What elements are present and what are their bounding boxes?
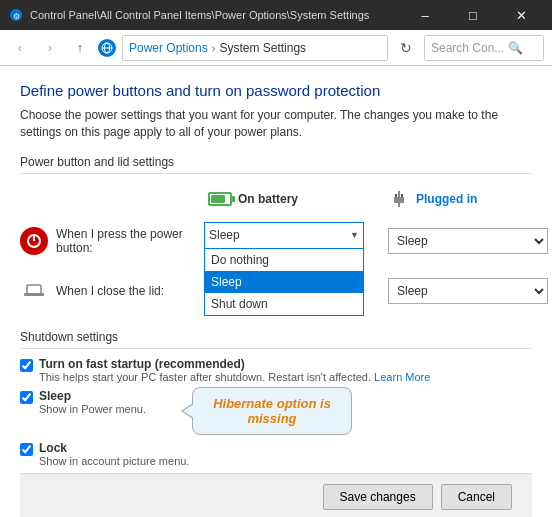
breadcrumb-system-settings: System Settings bbox=[219, 41, 306, 55]
power-button-icon bbox=[20, 227, 48, 255]
address-bar: ‹ › ↑ Power Options › System Settings ↻ … bbox=[0, 30, 552, 66]
lock-checkbox[interactable] bbox=[20, 443, 33, 456]
page-description: Choose the power settings that you want … bbox=[20, 107, 532, 141]
col-empty bbox=[20, 182, 200, 216]
power-button-plugged-select[interactable]: Sleep Do nothing Shut down Hibernate bbox=[388, 228, 548, 254]
dropdown-item-shut-down[interactable]: Shut down bbox=[205, 293, 363, 315]
startup-checkbox[interactable] bbox=[20, 359, 33, 372]
sleep-desc: Show in Power menu. bbox=[39, 403, 146, 415]
breadcrumb-power-options[interactable]: Power Options bbox=[129, 41, 208, 55]
dropdown-list: Do nothing Sleep Shut down bbox=[204, 248, 364, 316]
battery-icon bbox=[208, 192, 232, 206]
lock-desc: Show in account picture menu. bbox=[39, 455, 189, 467]
app-icon: ⚙ bbox=[8, 7, 24, 23]
main-content: Define power buttons and turn on passwor… bbox=[0, 66, 552, 517]
startup-item: Turn on fast startup (recommended) This … bbox=[20, 357, 532, 383]
section-shutdown-label: Shutdown settings bbox=[20, 330, 532, 349]
sleep-title: Sleep bbox=[39, 389, 146, 403]
col-plugged-header: Plugged in bbox=[380, 182, 540, 216]
lid-icon bbox=[20, 277, 48, 305]
section-power-label: Power button and lid settings bbox=[20, 155, 532, 174]
sleep-checkbox[interactable] bbox=[20, 391, 33, 404]
title-bar: ⚙ Control Panel\All Control Panel Items\… bbox=[0, 0, 552, 30]
svg-rect-6 bbox=[394, 197, 404, 203]
maximize-button[interactable]: □ bbox=[450, 0, 496, 30]
startup-title: Turn on fast startup (recommended) bbox=[39, 357, 430, 371]
dropdown-chevron: ▼ bbox=[350, 230, 359, 240]
shutdown-section: Turn on fast startup (recommended) This … bbox=[20, 357, 532, 467]
forward-button[interactable]: › bbox=[38, 36, 62, 60]
power-button-plugged-container: Sleep Do nothing Shut down Hibernate bbox=[384, 222, 536, 260]
search-icon: 🔍 bbox=[508, 41, 523, 55]
close-lid-label: When I close the lid: bbox=[20, 266, 200, 316]
plugged-in-label: Plugged in bbox=[416, 192, 477, 206]
callout-bubble: Hibernate option is missing bbox=[192, 387, 352, 435]
sleep-item: Sleep Show in Power menu. Hibernate opti… bbox=[20, 389, 532, 435]
svg-rect-13 bbox=[27, 285, 41, 294]
footer-bar: Save changes Cancel bbox=[20, 473, 532, 517]
search-placeholder: Search Con... bbox=[431, 41, 504, 55]
dropdown-item-do-nothing[interactable]: Do nothing bbox=[205, 249, 363, 271]
power-button-battery-select[interactable]: Sleep ▼ bbox=[204, 222, 364, 248]
close-button[interactable]: ✕ bbox=[498, 0, 544, 30]
page-title: Define power buttons and turn on passwor… bbox=[20, 82, 532, 99]
plug-icon bbox=[388, 188, 410, 210]
power-button-label: When I press the power button: bbox=[20, 216, 200, 266]
power-grid: On battery Plugged in bbox=[20, 182, 532, 316]
dropdown-item-sleep[interactable]: Sleep bbox=[205, 271, 363, 293]
lock-title: Lock bbox=[39, 441, 189, 455]
minimize-button[interactable]: – bbox=[402, 0, 448, 30]
callout-container: Hibernate option is missing bbox=[192, 387, 352, 435]
back-button[interactable]: ‹ bbox=[8, 36, 32, 60]
cancel-button[interactable]: Cancel bbox=[441, 484, 512, 510]
col-battery-header: On battery bbox=[200, 182, 380, 216]
close-lid-plugged-container: Sleep Do nothing Shut down Hibernate bbox=[384, 272, 536, 310]
on-battery-label: On battery bbox=[238, 192, 298, 206]
breadcrumb: Power Options › System Settings bbox=[122, 35, 388, 61]
breadcrumb-sep: › bbox=[212, 42, 216, 54]
refresh-button[interactable]: ↻ bbox=[394, 36, 418, 60]
save-changes-button[interactable]: Save changes bbox=[323, 484, 433, 510]
svg-text:⚙: ⚙ bbox=[13, 12, 20, 21]
lock-item: Lock Show in account picture menu. bbox=[20, 441, 532, 467]
close-lid-plugged-select[interactable]: Sleep Do nothing Shut down Hibernate bbox=[388, 278, 548, 304]
learn-more-link[interactable]: Learn More bbox=[374, 371, 430, 383]
window-title: Control Panel\All Control Panel Items\Po… bbox=[30, 9, 402, 21]
power-button-battery-dropdown[interactable]: Sleep ▼ Do nothing Sleep Shut down bbox=[204, 222, 376, 260]
startup-desc: This helps start your PC faster after sh… bbox=[39, 371, 430, 383]
window-controls: – □ ✕ bbox=[402, 0, 544, 30]
search-box[interactable]: Search Con... 🔍 bbox=[424, 35, 544, 61]
up-button[interactable]: ↑ bbox=[68, 36, 92, 60]
globe-icon bbox=[98, 39, 116, 57]
